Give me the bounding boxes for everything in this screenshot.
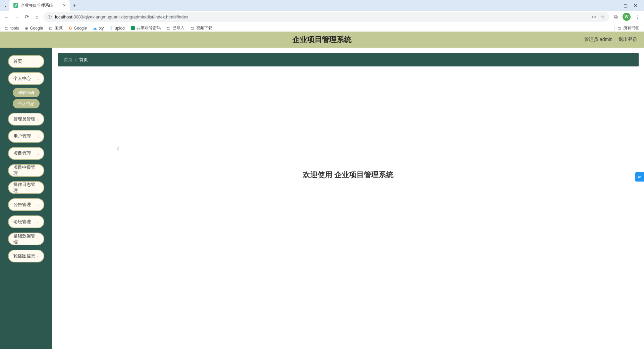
minimize-button[interactable]: ― [613,3,618,8]
bookmark-shared[interactable]: 共享账号密码 [131,25,161,31]
sidebar-item-label: 首页 [13,58,22,64]
close-window-button[interactable]: ✕ [634,3,637,8]
sidebar-item-label: 论坛管理 [13,219,31,225]
sidebar-item-label: 项目申报管理 [13,164,39,177]
bookmark-tools[interactable]: 🗀 tools [5,26,19,31]
sidebar-item-notice[interactable]: 公告管理 [8,198,44,211]
maximize-button[interactable]: ▢ [624,3,628,8]
sidebar-item-label: 操作日志管理 [13,182,39,194]
url-text: localhost:8080/qiyexiangmuguanlixitong/a… [55,14,588,19]
bookmark-imported[interactable]: 🗀 已导入 [167,25,184,31]
sidebar-item-personal[interactable]: 个人中心 [8,72,44,85]
share-icon: ∞ [638,174,641,180]
submenu-profile[interactable]: 个人信息 [13,99,40,108]
sidebar-item-label: 个人中心 [13,76,31,82]
tab-title: 企业项目管理系统 [21,3,60,8]
folder-icon: 🗀 [191,26,195,31]
extensions-icon[interactable]: ⧉ [612,14,619,20]
password-icon[interactable]: ⊶ [591,14,596,19]
sidebar-item-log[interactable]: 操作日志管理 [8,181,44,194]
logout-button[interactable]: 退出登录 [619,37,637,43]
sidebar-item-carousel[interactable]: 轮播图信息 [8,250,44,262]
bookmark-txy[interactable]: ☁ txy [93,26,104,31]
submenu-personal: 修改密码 个人信息 [13,88,40,110]
sidebar-item-home[interactable]: 首页 [8,55,44,68]
tab-bar: ⌄ V 企业项目管理系统 × + ― ▢ ✕ [0,0,644,11]
browser-tab[interactable]: V 企业项目管理系统 × [9,0,70,11]
profile-avatar[interactable]: W [623,13,631,21]
bookmark-star-icon[interactable]: ☆ [601,14,605,19]
sidebar-item-label: 基础数据管理 [13,233,39,245]
app-title: 企业项目管理系统 [292,35,352,45]
floating-share-button[interactable]: ∞ [635,172,644,182]
site-info-icon[interactable]: ⓘ [48,14,52,20]
sidebar-item-basedata[interactable]: 基础数据管理 [8,233,44,245]
breadcrumb-separator: / [75,57,76,62]
upload-icon: ⇧ [110,26,113,31]
sidebar-item-project[interactable]: 项目管理 [8,147,44,160]
bookmark-treasure[interactable]: 🗀 宝藏 [49,25,63,31]
submenu-label: 个人信息 [18,101,34,107]
google-g-icon: G [69,26,72,31]
welcome-area: 欢迎使用 企业项目管理系统 [58,66,639,344]
sidebar-item-label: 用户管理 [13,133,31,139]
submenu-label: 修改密码 [18,90,34,96]
submenu-change-password[interactable]: 修改密码 [13,88,40,97]
all-bookmarks[interactable]: 🗀 所有书签 [618,25,639,31]
tab-dropdown-icon[interactable]: ⌄ [3,3,8,8]
welcome-text: 欢迎使用 企业项目管理系统 [303,170,393,180]
folder-icon: 🗀 [5,26,9,31]
close-tab-icon[interactable]: × [63,3,66,8]
folder-icon: 🗀 [49,26,53,31]
back-button[interactable]: ← [3,14,10,20]
user-info[interactable]: 管理员 admin [584,37,612,43]
cloud-icon: ☁ [93,26,97,31]
sidebar-item-forum[interactable]: 论坛管理 [8,215,44,228]
folder-icon: 🗀 [618,26,622,31]
main-content: 首页 / 首页 欢迎使用 企业项目管理系统 [52,48,644,349]
app-body: 首页 个人中心 修改密码 个人信息 管理员管理 用户管理 项目管理 项目申报管理… [0,48,644,349]
app-header: 企业项目管理系统 管理员 admin 退出登录 [0,32,644,48]
bookmark-google[interactable]: ◉ Google [25,26,43,31]
sidebar-item-admin[interactable]: 管理员管理 [8,113,44,126]
home-button[interactable]: ⌂ [34,14,40,20]
new-tab-button[interactable]: + [70,1,79,10]
bookmark-uplod[interactable]: ⇧ uplod [110,26,124,31]
sidebar-item-label: 项目管理 [13,150,31,156]
menu-icon[interactable]: ⋮ [634,14,641,20]
forward-button[interactable]: → [13,14,20,20]
sidebar-item-label: 管理员管理 [13,116,35,122]
sidebar-item-user[interactable]: 用户管理 [8,130,44,143]
sidebar: 首页 个人中心 修改密码 个人信息 管理员管理 用户管理 项目管理 项目申报管理… [0,48,52,349]
sidebar-item-label: 轮播图信息 [13,253,35,259]
url-bar[interactable]: ⓘ localhost:8080/qiyexiangmuguanlixitong… [44,12,609,22]
separator [614,26,614,31]
browser-chrome: ⌄ V 企业项目管理系统 × + ― ▢ ✕ ← → ⟳ ⌂ ⓘ localho… [0,0,644,32]
window-controls: ― ▢ ✕ [613,3,641,8]
google-icon: ◉ [25,26,28,31]
reload-button[interactable]: ⟳ [23,14,30,20]
breadcrumb-current: 首页 [79,57,88,63]
sidebar-item-label: 公告管理 [13,202,31,208]
nav-bar: ← → ⟳ ⌂ ⓘ localhost:8080/qiyexiangmuguan… [0,11,644,23]
sidebar-item-declare[interactable]: 项目申报管理 [8,164,44,177]
sheet-icon [131,26,135,30]
folder-icon: 🗀 [167,26,171,31]
breadcrumb: 首页 / 首页 [58,53,639,66]
breadcrumb-home[interactable]: 首页 [64,57,72,63]
favicon-icon: V [13,3,18,8]
bookmark-google2[interactable]: G Google [69,26,87,31]
bookmark-video[interactable]: 🗀 视频下载 [191,25,212,31]
